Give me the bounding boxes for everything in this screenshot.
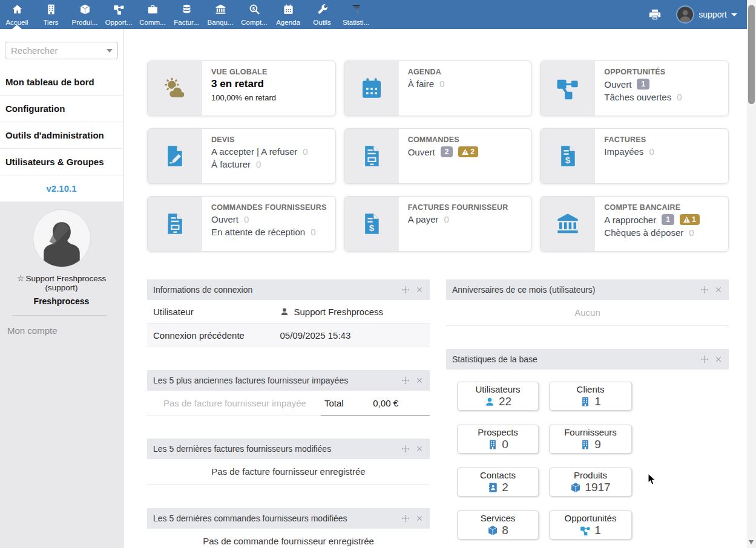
- infobox-grid: VUE GLOBALE 3 en retard 100,00% en retar…: [147, 60, 729, 252]
- count-badge[interactable]: 1: [637, 79, 649, 90]
- nav-item-label: Comm...: [139, 19, 165, 26]
- nav-right-tools: support: [648, 0, 747, 29]
- close-widget-icon[interactable]: [415, 514, 424, 523]
- stat-tile-opportunites[interactable]: Opportunités 1: [549, 510, 632, 540]
- close-widget-icon[interactable]: [714, 355, 723, 364]
- total-label: Total: [324, 398, 344, 408]
- infobox-factures[interactable]: $ FACTURES Impayées0: [540, 128, 729, 184]
- sidebar-user-panel: ☆Support Freshprocess (support) Freshpro…: [0, 202, 123, 548]
- move-widget-icon[interactable]: [700, 285, 709, 294]
- print-icon[interactable]: [648, 8, 662, 21]
- move-widget-icon[interactable]: [401, 285, 410, 294]
- stat-tile-fournisseurs[interactable]: Fournisseurs 9: [549, 425, 632, 454]
- panel-title: Les 5 dernières commandes fournisseurs m…: [153, 514, 347, 523]
- infobox-vue-globale[interactable]: VUE GLOBALE 3 en retard 100,00% en retar…: [147, 60, 336, 116]
- nav-item-facturation[interactable]: Factur...: [169, 0, 203, 29]
- user-avatar-large[interactable]: [33, 209, 91, 267]
- scrollbar-thumb[interactable]: [748, 5, 755, 104]
- line-label[interactable]: À faire: [408, 79, 434, 89]
- close-widget-icon[interactable]: [415, 285, 424, 294]
- tile-value: 22: [499, 396, 511, 408]
- nav-item-accueil[interactable]: Accueil: [0, 0, 34, 29]
- vertical-scrollbar[interactable]: [747, 0, 756, 548]
- line-label[interactable]: Ouvert: [604, 79, 631, 90]
- infobox-agenda[interactable]: AGENDA À faire0: [344, 60, 533, 116]
- version-link[interactable]: v2.10.1: [0, 175, 123, 202]
- search-input[interactable]: [5, 42, 118, 59]
- user-fullname[interactable]: ☆Support Freshprocess (support): [0, 273, 123, 292]
- panel-oldest-supplier-invoices: Les 5 plus anciennes factures fournisseu…: [147, 370, 430, 416]
- move-widget-icon[interactable]: [401, 445, 410, 453]
- warning-badge[interactable]: 2: [458, 146, 478, 157]
- infobox-title: COMMANDES FOURNISSEURS: [211, 203, 326, 212]
- stat-tile-services[interactable]: Services 8: [457, 510, 539, 540]
- nav-item-commerce[interactable]: Comm...: [136, 0, 169, 29]
- infobox-commandes-fournisseurs[interactable]: COMMANDES FOURNISSEURS Ouvert0 En attent…: [147, 196, 336, 252]
- search-dropdown-caret-icon[interactable]: [107, 49, 113, 53]
- sidebar-item-users-groups[interactable]: Utilisateurs & Groupes: [0, 149, 123, 175]
- file-signature-icon: [148, 129, 202, 183]
- tile-value: 0: [502, 439, 508, 451]
- nav-item-comptabilite[interactable]: $ Compt...: [237, 0, 271, 29]
- infobox-commandes[interactable]: COMMANDES Ouvert 2 2: [344, 128, 533, 184]
- line-label[interactable]: En attente de réception: [211, 227, 305, 237]
- move-widget-icon[interactable]: [700, 355, 709, 364]
- chevron-down-icon: [731, 13, 737, 16]
- line-label[interactable]: Chèques à déposer: [604, 227, 683, 238]
- sidebar: Mon tableau de bord Configuration Outils…: [0, 29, 123, 548]
- infobox-opportunites[interactable]: OPPORTUNITÉS Ouvert1 Tâches ouvertes0: [540, 60, 729, 116]
- line-label[interactable]: Ouvert: [211, 214, 238, 224]
- stat-tile-prospects[interactable]: Prospects 0: [457, 425, 539, 454]
- scrollbar-down-arrow-icon[interactable]: [749, 540, 754, 544]
- stat-tile-clients[interactable]: Clients 1: [549, 382, 632, 411]
- infobox-title: DEVIS: [211, 135, 308, 144]
- close-widget-icon[interactable]: [415, 445, 424, 453]
- infobox-compte-bancaire[interactable]: COMPTE BANCAIRE A rapprocher 1 1 Chèques…: [540, 196, 729, 252]
- count-badge[interactable]: 2: [441, 146, 453, 157]
- nav-item-agenda[interactable]: Agenda: [271, 0, 305, 29]
- nav-item-statistiques[interactable]: Statisti...: [339, 0, 373, 29]
- star-icon: ☆: [17, 273, 25, 283]
- user-menu[interactable]: support: [676, 5, 737, 24]
- line-label[interactable]: À facturer: [211, 159, 251, 169]
- nav-item-label: Banqu...: [208, 19, 234, 26]
- infobox-title: VUE GLOBALE: [211, 68, 276, 76]
- nav-item-tiers[interactable]: Tiers: [34, 0, 68, 29]
- tile-value: 8: [502, 524, 508, 537]
- infobox-title: AGENDA: [408, 68, 445, 76]
- line-label[interactable]: Ouvert: [408, 147, 435, 157]
- tile-value: 9: [594, 439, 601, 451]
- line-label[interactable]: Impayées: [604, 146, 643, 157]
- nav-item-label: Outils: [313, 19, 330, 26]
- stat-tile-contacts[interactable]: Contacts 2: [457, 468, 539, 497]
- row-value[interactable]: Support Freshprocess: [294, 307, 383, 317]
- stat-tile-utilisateurs[interactable]: Utilisateurs 22: [457, 382, 539, 411]
- line-label[interactable]: A rapprocher: [604, 215, 656, 225]
- infobox-title: COMPTE BANCAIRE: [604, 203, 699, 212]
- line-label[interactable]: A payer: [408, 214, 439, 224]
- move-widget-icon[interactable]: [401, 514, 410, 523]
- sidebar-item-dashboard[interactable]: Mon tableau de bord: [0, 69, 123, 96]
- line-label[interactable]: Tâches ouvertes: [604, 92, 671, 102]
- sidebar-item-admin-tools[interactable]: Outils d'administration: [0, 122, 123, 149]
- tile-value: 1: [594, 524, 601, 537]
- tile-label: Prospects: [478, 427, 518, 439]
- nav-item-produits[interactable]: Produi...: [68, 0, 102, 29]
- nav-item-label: Produi...: [72, 19, 98, 26]
- line-count: 0: [244, 214, 249, 224]
- move-widget-icon[interactable]: [401, 376, 410, 385]
- close-widget-icon[interactable]: [415, 376, 424, 385]
- close-widget-icon[interactable]: [714, 285, 723, 294]
- top-navbar: Accueil Tiers Produi... Opport... Comm..…: [0, 0, 747, 29]
- sidebar-item-configuration[interactable]: Configuration: [0, 96, 123, 122]
- line-label[interactable]: A accepter | A refuser: [211, 146, 297, 157]
- infobox-factures-fournisseur[interactable]: $ FACTURES FOURNISSEUR A payer0: [344, 196, 533, 252]
- stat-tile-produits[interactable]: Produits 1917: [549, 468, 632, 497]
- warning-badge[interactable]: 1: [680, 214, 700, 225]
- nav-item-opportunites[interactable]: Opport...: [102, 0, 136, 29]
- nav-item-banque[interactable]: Banqu...: [203, 0, 237, 29]
- infobox-devis[interactable]: DEVIS A accepter | A refuser0 À facturer…: [147, 128, 336, 184]
- sidebar-item-my-account[interactable]: Mon compte: [0, 316, 123, 345]
- count-badge[interactable]: 1: [662, 214, 674, 225]
- nav-item-outils[interactable]: Outils: [305, 0, 339, 29]
